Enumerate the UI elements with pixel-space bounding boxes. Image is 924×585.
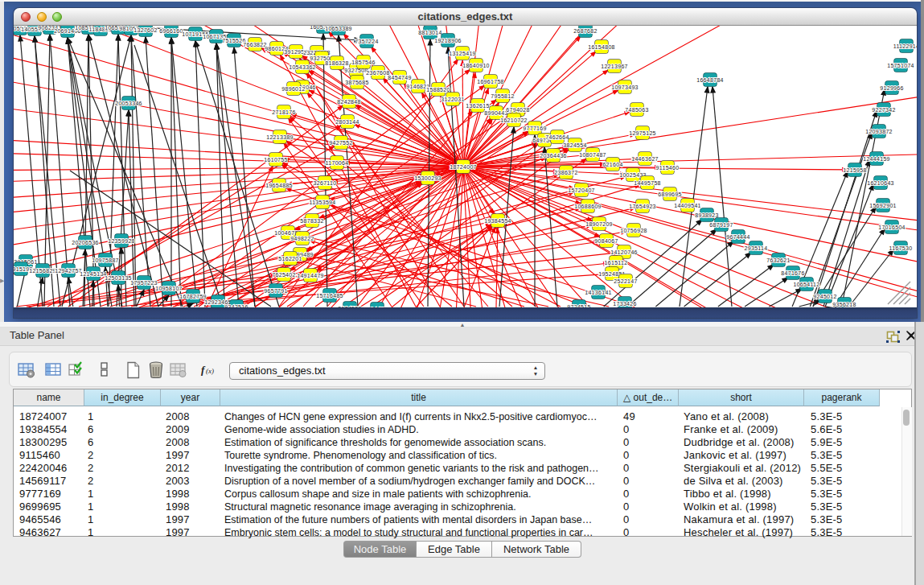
svg-text:9115460: 9115460 xyxy=(656,165,680,171)
svg-text:14409541: 14409541 xyxy=(674,203,701,208)
svg-text:9498222: 9498222 xyxy=(290,236,314,241)
svg-text:16210643: 16210643 xyxy=(867,180,894,186)
svg-text:14495758: 14495758 xyxy=(634,180,661,186)
svg-text:12156829: 12156829 xyxy=(29,268,56,274)
svg-text:1167530: 1167530 xyxy=(889,245,913,251)
svg-text:9657791: 9657791 xyxy=(264,288,287,294)
svg-text:1615112: 1615112 xyxy=(605,260,628,266)
svg-text:1610755: 1610755 xyxy=(264,157,287,163)
svg-text:9674444: 9674444 xyxy=(726,234,749,240)
svg-text:16961758: 16961758 xyxy=(477,79,504,84)
svg-text:2522147: 2522147 xyxy=(614,278,637,284)
svg-text:1857546: 1857546 xyxy=(351,60,375,65)
svg-text:10975887: 10975887 xyxy=(92,257,119,263)
svg-text:12942757: 12942757 xyxy=(55,268,82,274)
svg-text:1362615: 1362615 xyxy=(466,103,489,109)
svg-text:10756928: 10756928 xyxy=(620,228,647,233)
svg-text:9427552: 9427552 xyxy=(329,140,352,146)
svg-text:20364436: 20364436 xyxy=(540,153,567,159)
svg-text:11353594: 11353594 xyxy=(309,200,335,205)
svg-text:2803144: 2803144 xyxy=(335,119,359,125)
svg-text:8813014: 8813014 xyxy=(418,30,441,35)
svg-text:14463627: 14463627 xyxy=(631,156,659,162)
svg-text:12213967: 12213967 xyxy=(601,64,628,69)
svg-text:(x): (x) xyxy=(206,367,214,375)
svg-text:15300293: 15300293 xyxy=(414,175,441,181)
svg-text:9896012: 9896012 xyxy=(281,86,305,92)
svg-text:2687682: 2687682 xyxy=(573,28,597,34)
svg-text:12503135: 12503135 xyxy=(105,275,132,281)
svg-text:16648784: 16648784 xyxy=(696,77,724,83)
svg-text:10958107: 10958107 xyxy=(155,286,183,291)
svg-text:7462664: 7462664 xyxy=(545,134,569,140)
svg-text:10973493: 10973493 xyxy=(611,84,639,90)
svg-text:17654923: 17654923 xyxy=(629,204,656,209)
svg-text:2935114: 2935114 xyxy=(745,245,768,251)
svg-text:14136141: 14136141 xyxy=(585,290,612,295)
svg-text:15716485: 15716485 xyxy=(316,293,343,299)
svg-text:1215958: 1215958 xyxy=(843,167,866,173)
svg-text:7632621: 7632621 xyxy=(766,257,790,263)
svg-text:12145134: 12145134 xyxy=(80,271,107,277)
svg-text:12975125: 12975125 xyxy=(629,130,656,136)
svg-text:8938923: 8938923 xyxy=(695,212,718,218)
svg-text:5878332: 5878332 xyxy=(300,218,323,224)
svg-text:12213389: 12213389 xyxy=(266,134,294,140)
svg-text:12359928: 12359928 xyxy=(108,238,135,244)
svg-text:8242848: 8242848 xyxy=(337,99,360,105)
svg-text:3267110: 3267110 xyxy=(314,180,337,186)
svg-text:7515526: 7515526 xyxy=(222,38,245,43)
svg-text:2367608: 2367608 xyxy=(366,70,389,76)
svg-text:15720407: 15720407 xyxy=(568,187,595,193)
svg-text:1733426: 1733426 xyxy=(613,301,636,307)
svg-text:15751074: 15751074 xyxy=(887,63,914,68)
svg-text:9356218: 9356218 xyxy=(832,302,856,307)
svg-text:19654885: 19654885 xyxy=(265,183,293,188)
svg-text:14914479: 14914479 xyxy=(297,273,324,278)
svg-text:8471676: 8471676 xyxy=(781,270,804,276)
svg-text:12093872: 12093872 xyxy=(865,129,893,134)
svg-text:6879197: 6879197 xyxy=(709,222,733,228)
svg-text:10654112: 10654112 xyxy=(793,282,819,287)
svg-text:1170064: 1170064 xyxy=(326,160,349,166)
svg-text:9084067: 9084067 xyxy=(594,238,618,244)
svg-text:8990443: 8990443 xyxy=(484,110,507,116)
svg-text:15692901: 15692901 xyxy=(869,203,897,208)
svg-text:6899695: 6899695 xyxy=(658,192,681,197)
svg-text:20053346: 20053346 xyxy=(115,101,142,106)
svg-text:10543362: 10543362 xyxy=(289,64,316,70)
svg-text:14120746: 14120746 xyxy=(610,249,638,255)
svg-text:16210722: 16210722 xyxy=(500,117,528,123)
svg-text:7955812: 7955812 xyxy=(491,93,514,99)
svg-text:6794028: 6794028 xyxy=(506,107,529,113)
svg-text:9777169: 9777169 xyxy=(523,126,546,131)
svg-text:17016504: 17016504 xyxy=(878,225,906,230)
svg-text:19384554: 19384554 xyxy=(484,218,511,224)
svg-text:9245012: 9245012 xyxy=(813,294,836,299)
svg-text:8454749: 8454749 xyxy=(388,75,411,80)
svg-text:10688609: 10688609 xyxy=(574,204,602,209)
svg-text:13125419: 13125419 xyxy=(449,51,476,56)
svg-text:18907209: 18907209 xyxy=(585,221,613,227)
svg-text:3875685: 3875685 xyxy=(345,80,368,85)
svg-text:7625402: 7625402 xyxy=(272,272,295,278)
svg-text:621604: 621604 xyxy=(602,162,622,167)
svg-text:16782759: 16782759 xyxy=(179,294,207,299)
svg-text:2386372: 2386372 xyxy=(554,170,577,175)
svg-text:3824554: 3824554 xyxy=(563,142,586,148)
svg-text:7663822: 7663822 xyxy=(243,42,266,47)
svg-text:11122914: 11122914 xyxy=(893,43,917,49)
svg-text:18640910: 18640910 xyxy=(462,63,490,68)
svg-text:10807487: 10807487 xyxy=(579,152,606,158)
svg-text:9227342: 9227342 xyxy=(872,107,895,113)
svg-text:3122031: 3122031 xyxy=(441,97,464,102)
svg-text:19218906: 19218906 xyxy=(434,38,462,43)
svg-text:10653389: 10653389 xyxy=(325,26,352,31)
svg-text:8186328: 8186328 xyxy=(325,60,348,66)
svg-text:7357224: 7357224 xyxy=(355,39,378,44)
svg-text:17957223: 17957223 xyxy=(130,280,158,286)
svg-text:2718176: 2718176 xyxy=(272,109,295,115)
svg-text:1327602: 1327602 xyxy=(133,27,157,33)
svg-text:12444159: 12444159 xyxy=(863,156,890,162)
svg-text:7485063: 7485063 xyxy=(625,107,648,113)
